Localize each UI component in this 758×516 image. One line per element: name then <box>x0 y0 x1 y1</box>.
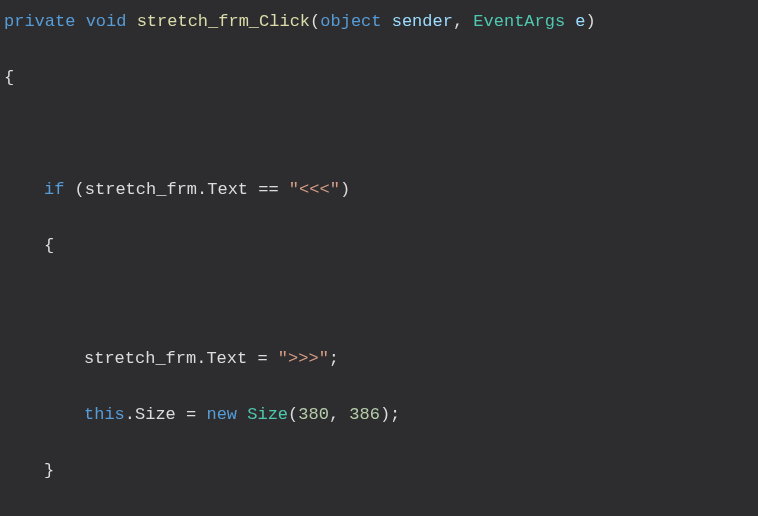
type-eventargs: EventArgs <box>473 12 565 31</box>
keyword-private: private <box>4 12 75 31</box>
keyword-new: new <box>206 405 237 424</box>
method-name: stretch_frm_Click <box>137 12 310 31</box>
blank-line <box>4 288 754 316</box>
code-line: if (stretch_frm.Text == "<<<") <box>4 176 754 204</box>
blank-line <box>4 120 754 148</box>
string-literal: "<<<" <box>289 180 340 199</box>
keyword-void: void <box>86 12 127 31</box>
type-size: Size <box>247 405 288 424</box>
code-line: } <box>4 457 754 485</box>
keyword-if: if <box>44 180 64 199</box>
code-line: this.Size = new Size(380, 386); <box>4 401 754 429</box>
keyword-this: this <box>84 405 125 424</box>
code-editor[interactable]: private void stretch_frm_Click(object se… <box>4 8 754 516</box>
code-line: stretch_frm.Text = ">>>"; <box>4 345 754 373</box>
number-literal: 386 <box>349 405 380 424</box>
param-sender: sender <box>392 12 453 31</box>
code-line: private void stretch_frm_Click(object se… <box>4 8 754 36</box>
keyword-object: object <box>320 12 381 31</box>
param-e: e <box>575 12 585 31</box>
string-literal: ">>>" <box>278 349 329 368</box>
code-line: { <box>4 232 754 260</box>
number-literal: 380 <box>298 405 329 424</box>
code-line: { <box>4 64 754 92</box>
